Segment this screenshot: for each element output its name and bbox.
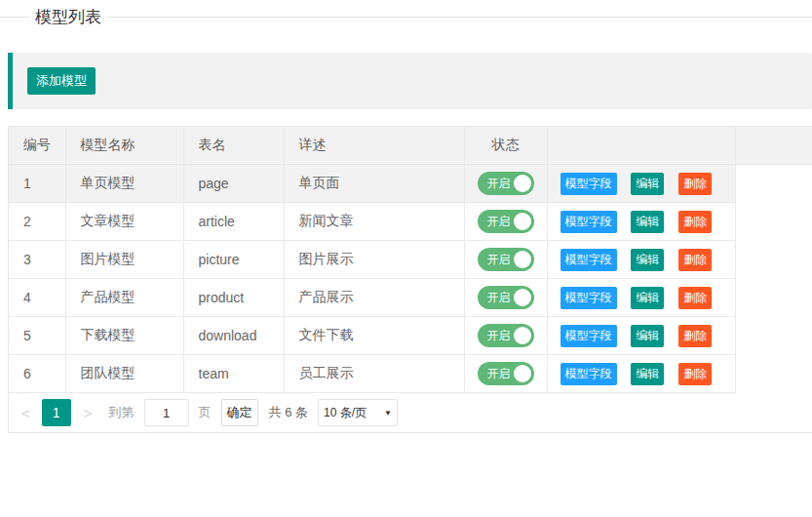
model-fields-button[interactable]: 模型字段 [561, 287, 617, 309]
toggle-label: 开启 [487, 248, 511, 271]
cell-desc: 产品展示 [284, 279, 464, 317]
table-row: 1 单页模型 page 单页面 开启 模型字段 编辑 删除 [9, 165, 735, 203]
cell-table-name: download [183, 317, 284, 355]
cell-desc: 文件下载 [284, 317, 464, 355]
toggle-label: 开启 [487, 210, 511, 233]
table-row: 3 图片模型 picture 图片展示 开启 模型字段 编辑 删除 [9, 241, 735, 279]
table-row: 6 团队模型 team 员工展示 开启 模型字段 编辑 删除 [9, 355, 735, 393]
col-header-status: 状态 [464, 127, 547, 165]
cell-table-name: product [183, 279, 284, 317]
model-fields-button[interactable]: 模型字段 [561, 363, 617, 385]
model-fields-button[interactable]: 模型字段 [561, 249, 617, 271]
table-body: 1 单页模型 page 单页面 开启 模型字段 编辑 删除 2 文章模型 art… [9, 165, 736, 393]
cell-model-name: 图片模型 [65, 241, 183, 279]
toggle-knob [514, 365, 531, 382]
toggle-knob [514, 327, 531, 344]
cell-desc: 新闻文章 [284, 203, 464, 241]
status-toggle[interactable]: 开启 [478, 210, 534, 233]
toggle-label: 开启 [487, 362, 511, 385]
page-unit-label: 页 [199, 404, 212, 421]
col-header-id: 编号 [9, 127, 65, 165]
edit-button[interactable]: 编辑 [631, 211, 664, 233]
delete-button[interactable]: 删除 [678, 287, 712, 309]
status-toggle[interactable]: 开启 [478, 172, 534, 195]
toggle-label: 开启 [487, 324, 511, 347]
toggle-knob [514, 213, 531, 230]
header-row: 编号 模型名称 表名 详述 状态 [9, 127, 812, 165]
next-page-icon[interactable]: > [84, 405, 93, 421]
cell-desc: 单页面 [284, 165, 464, 203]
cell-table-name: page [183, 165, 284, 203]
delete-button[interactable]: 删除 [678, 325, 712, 347]
cell-desc: 图片展示 [284, 241, 464, 279]
edit-button[interactable]: 编辑 [631, 173, 664, 195]
edit-button[interactable]: 编辑 [631, 363, 664, 385]
cell-model-name: 单页模型 [65, 165, 183, 203]
add-model-button[interactable]: 添加模型 [27, 67, 96, 95]
table-row: 2 文章模型 article 新闻文章 开启 模型字段 编辑 删除 [9, 203, 735, 241]
model-table: 编号 模型名称 表名 详述 状态 1 单页模型 page 单页面 开启 [8, 126, 812, 433]
cell-desc: 员工展示 [284, 355, 464, 393]
cell-table-name: picture [183, 241, 284, 279]
toggle-knob [514, 289, 531, 306]
table-row: 5 下载模型 download 文件下载 开启 模型字段 编辑 删除 [9, 317, 735, 355]
table-row: 4 产品模型 product 产品展示 开启 模型字段 编辑 删除 [9, 279, 735, 317]
delete-button[interactable]: 删除 [678, 173, 712, 195]
col-header-desc: 详述 [284, 127, 464, 165]
cell-id: 4 [9, 279, 65, 317]
model-fields-button[interactable]: 模型字段 [561, 173, 617, 195]
toggle-label: 开启 [487, 286, 511, 309]
page-title: 模型列表 [29, 6, 107, 28]
total-count: 共 6 条 [269, 404, 308, 421]
toggle-knob [514, 175, 531, 192]
table-header: 编号 模型名称 表名 详述 状态 [9, 127, 812, 165]
status-toggle[interactable]: 开启 [478, 248, 534, 271]
page-size-value: 10 条/页 [324, 405, 367, 421]
confirm-button[interactable]: 确定 [221, 399, 258, 426]
cell-model-name: 产品模型 [65, 279, 183, 317]
current-page: 1 [42, 399, 71, 426]
cell-model-name: 团队模型 [65, 355, 183, 393]
col-header-name: 模型名称 [65, 127, 183, 165]
model-fields-button[interactable]: 模型字段 [561, 211, 617, 233]
cell-model-name: 文章模型 [65, 203, 183, 241]
toolbar: 添加模型 [8, 53, 812, 109]
status-toggle[interactable]: 开启 [478, 362, 534, 385]
edit-button[interactable]: 编辑 [631, 325, 664, 347]
cell-id: 5 [9, 317, 65, 355]
page-size-select[interactable]: 10 条/页 ▼ [318, 399, 398, 426]
cell-model-name: 下载模型 [65, 317, 183, 355]
page-number-input[interactable] [144, 399, 189, 426]
col-header-spacer [735, 127, 812, 165]
cell-id: 3 [9, 241, 65, 279]
chevron-down-icon: ▼ [384, 409, 392, 418]
page-header: 模型列表 [0, 17, 812, 28]
edit-button[interactable]: 编辑 [631, 287, 664, 309]
model-fields-button[interactable]: 模型字段 [561, 325, 617, 347]
toggle-knob [514, 251, 531, 268]
status-toggle[interactable]: 开启 [478, 286, 534, 309]
status-toggle[interactable]: 开启 [478, 324, 534, 347]
goto-label: 到第 [109, 404, 135, 421]
delete-button[interactable]: 删除 [678, 249, 712, 271]
cell-table-name: team [183, 355, 284, 393]
delete-button[interactable]: 删除 [678, 363, 712, 385]
edit-button[interactable]: 编辑 [631, 249, 664, 271]
cell-id: 2 [9, 203, 65, 241]
cell-id: 6 [9, 355, 65, 393]
delete-button[interactable]: 删除 [678, 211, 712, 233]
prev-page-icon[interactable]: < [21, 405, 30, 421]
cell-id: 1 [9, 165, 65, 203]
col-header-table: 表名 [183, 127, 284, 165]
pagination: < 1 > 到第 页 确定 共 6 条 10 条/页 ▼ [9, 393, 812, 432]
col-header-actions [547, 127, 735, 165]
cell-table-name: article [183, 203, 284, 241]
toggle-label: 开启 [487, 172, 511, 195]
